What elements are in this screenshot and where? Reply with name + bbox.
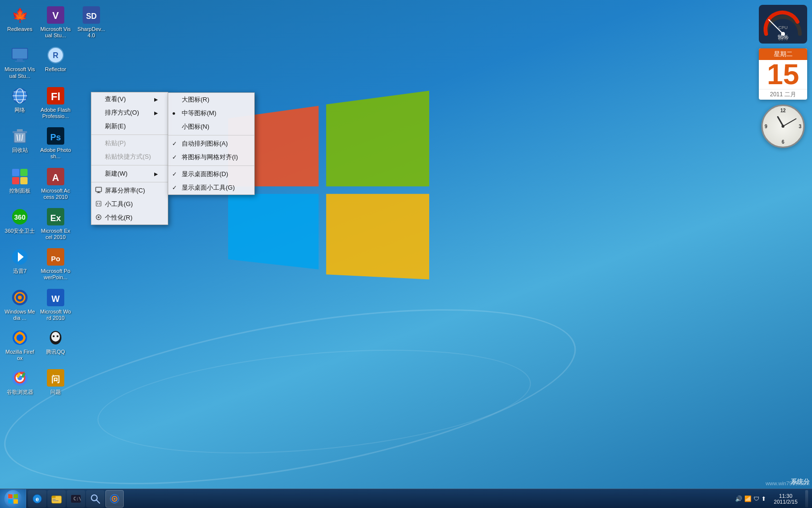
menu-show-desktop-icons[interactable]: ✓ 显示桌面图标(D) [168, 167, 254, 181]
icon-wen[interactable]: 问 问题 [38, 365, 73, 398]
icon-firefox[interactable]: Mozilla Firefox [2, 325, 37, 364]
screen-res-icon [95, 187, 102, 195]
ppt-icon: Po [46, 247, 65, 267]
svg-text:W: W [52, 294, 60, 304]
icon-360[interactable]: 360 360安全卫士 [2, 204, 37, 243]
svg-text:V: V [52, 10, 59, 21]
icon-reflector[interactable]: R Reflector [38, 43, 73, 82]
redleaves-label: Redleaves [7, 26, 32, 32]
clock-12: 12 [780, 108, 785, 113]
svg-text:Ps: Ps [50, 133, 61, 142]
icon-recycle[interactable]: 回收站 [2, 123, 37, 163]
taskbar-ie[interactable]: e [28, 490, 46, 508]
icon-row-0: 🍁 Redleaves V Microsoft Visual Stu... SD [2, 2, 109, 42]
icon-photoshop[interactable]: Ps Adobe Photosh... [38, 123, 73, 163]
icon-ppt[interactable]: Po Microsoft PowerPoin... [38, 244, 73, 284]
taskbar-cmd[interactable]: C:\> [67, 490, 85, 508]
svg-rect-54 [96, 201, 101, 206]
word-icon: W [46, 288, 65, 307]
view-submenu: 大图标(R) ● 中等图标(M) 小图标(N) ✓ 自动排列图标(A) ✓ 将图… [168, 92, 255, 195]
clock-center [782, 125, 784, 128]
svg-point-41 [16, 334, 23, 341]
qq-icon [46, 328, 65, 347]
menu-new-arrow: ▶ [154, 171, 158, 177]
taskbar-media[interactable] [105, 490, 124, 508]
clock-time: 11:30 [774, 493, 798, 499]
menu-paste-label: 粘贴(P) [105, 139, 126, 148]
menu-large-icon[interactable]: 大图标(R) [168, 93, 254, 106]
menu-refresh-label: 刷新(E) [105, 122, 126, 131]
menu-view[interactable]: 查看(V) ▶ 大图标(R) ● 中等图标(M) 小图标(N) ✓ 自动排列图标… [91, 92, 168, 106]
menu-sort-label: 排序方式(O) [105, 108, 139, 117]
icon-network[interactable]: 网络 [2, 83, 37, 122]
menu-small-icon[interactable]: 小图标(N) [168, 120, 254, 134]
icon-computer[interactable]: Microsoft Visual Stu... [2, 43, 37, 82]
cal-day: 15 [759, 60, 807, 89]
360-icon: 360 [10, 207, 29, 226]
icon-row-7: Windows Media ... W Microsoft Word 2010 [2, 285, 109, 324]
menu-auto-arrange[interactable]: ✓ 自动排列图标(A) [168, 137, 254, 150]
menu-sort-arrow: ▶ [154, 110, 158, 116]
qq-label: 腾讯QQ [46, 349, 65, 355]
icon-chrome[interactable]: 谷歌浏览器 [2, 365, 37, 398]
menu-sort[interactable]: 排序方式(O) ▶ [91, 106, 168, 120]
menu-view-label: 查看(V) [105, 95, 126, 104]
flash-icon: Fl [46, 86, 65, 105]
show-desktop-button[interactable] [805, 490, 808, 508]
svg-text:A: A [52, 172, 59, 183]
svg-text:360: 360 [14, 213, 26, 221]
icon-control[interactable]: 控制面板 [2, 164, 37, 203]
icon-access[interactable]: A Microsoft Access 2010 [38, 164, 73, 203]
menu-sep2 [91, 165, 168, 165]
xunlei-icon [10, 247, 29, 267]
menu-tools[interactable]: 小工具(G) [91, 197, 168, 211]
svg-point-58 [98, 216, 100, 218]
svg-text:R: R [53, 51, 58, 60]
icon-xunlei[interactable]: 迅雷7 [2, 244, 37, 284]
windows-start-icon [8, 493, 18, 504]
menu-personalize[interactable]: 个性化(R) [91, 211, 168, 224]
svg-point-44 [53, 335, 55, 337]
ppt-label: Microsoft PowerPoin... [40, 268, 71, 281]
chrome-icon [10, 368, 29, 388]
clock-3: 3 [798, 124, 801, 129]
taskbar-clock[interactable]: 11:30 2011/2/15 [770, 492, 801, 506]
icon-flash[interactable]: Fl Adobe Flash Professio... [38, 83, 73, 122]
menu-paste[interactable]: 粘贴(P) [91, 136, 168, 150]
menu-paste-shortcut[interactable]: 粘贴快捷方式(S) [91, 150, 168, 164]
excel-label: Microsoft Excel 2010 [40, 228, 71, 240]
icon-sharpdev[interactable]: SD SharpDev...4.0 [74, 2, 109, 42]
icon-excel[interactable]: Ex Microsoft Excel 2010 [38, 204, 73, 243]
icon-redleaves[interactable]: 🍁 Redleaves [2, 2, 37, 42]
icon-row-8: Mozilla Firefox 腾讯QQ [2, 325, 109, 364]
auto-arrange-check: ✓ [172, 140, 177, 147]
start-button[interactable] [0, 489, 26, 508]
svg-rect-66 [52, 496, 56, 498]
tray-icon-2: 📶 [744, 495, 752, 502]
menu-medium-icon[interactable]: ● 中等图标(M) [168, 106, 254, 120]
svg-rect-23 [12, 177, 19, 184]
icon-word[interactable]: W Microsoft Word 2010 [38, 285, 73, 324]
svg-text:Fl: Fl [51, 90, 60, 103]
tray-icon-4: ⬆ [761, 495, 766, 502]
desktop: 🍁 Redleaves V Microsoft Visual Stu... SD [0, 0, 812, 508]
icon-wmedia[interactable]: Windows Media ... [2, 285, 37, 324]
calendar-widget[interactable]: 星期二 15 2011 二月 [759, 48, 807, 100]
menu-new[interactable]: 新建(W) ▶ [91, 167, 168, 180]
icon-vs[interactable]: V Microsoft Visual Stu... [38, 2, 73, 42]
excel-icon: Ex [46, 207, 65, 226]
photoshop-label: Adobe Photosh... [40, 147, 71, 160]
clock-6: 6 [782, 139, 784, 145]
icon-row-6: 迅雷7 Po Microsoft PowerPoin... [2, 244, 109, 284]
menu-refresh[interactable]: 刷新(E) [91, 120, 168, 133]
menu-show-gadgets[interactable]: ✓ 显示桌面小工具(G) [168, 181, 254, 194]
menu-view-arrow: ▶ [154, 97, 158, 102]
icon-qq[interactable]: 腾讯QQ [38, 325, 73, 364]
svg-text:e: e [36, 496, 39, 503]
menu-align-grid[interactable]: ✓ 将图标与网格对齐(I) [168, 150, 254, 164]
taskbar-search[interactable] [86, 490, 104, 508]
taskbar-explorer[interactable] [47, 490, 66, 508]
svg-text:SD: SD [86, 12, 97, 20]
control-icon [10, 167, 29, 186]
menu-screen-res[interactable]: 屏幕分辨率(C) [91, 184, 168, 197]
